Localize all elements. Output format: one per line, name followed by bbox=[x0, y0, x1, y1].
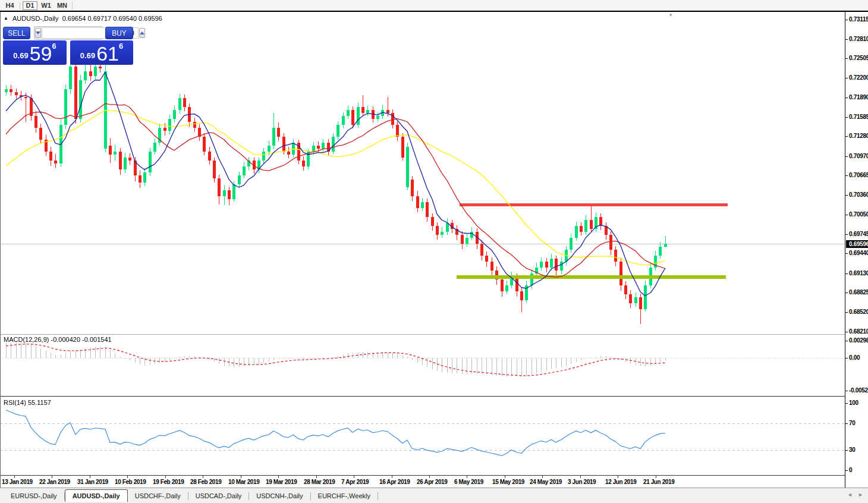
chart-window-left-border bbox=[0, 12, 1, 488]
tab-eurusd[interactable]: EURUSD-,Daily bbox=[4, 491, 64, 502]
buy-price-quote[interactable]: 0.69 61 6 bbox=[70, 40, 133, 65]
axis-tick bbox=[845, 175, 848, 176]
axis-tick bbox=[845, 156, 848, 157]
axis-tick bbox=[845, 403, 848, 404]
price-axis[interactable]: 0.731150.728100.725050.722000.718900.715… bbox=[845, 12, 868, 488]
timeframe-button-h4[interactable]: H4 bbox=[2, 1, 17, 10]
volume-stepper bbox=[34, 26, 103, 40]
chart-title-row: ▲ AUDUSD-,Daily 0.69654 0.69717 0.69540 … bbox=[4, 14, 162, 23]
timeframe-button-w1[interactable]: W1 bbox=[39, 1, 54, 10]
axis-tick bbox=[845, 39, 848, 40]
price-tick-label: 0.71280 bbox=[849, 133, 868, 139]
axis-tick bbox=[845, 195, 848, 196]
tab-usdcnh[interactable]: USDCNH-,Daily bbox=[249, 491, 310, 502]
date-label: 3 Jun 2019 bbox=[568, 479, 596, 485]
price-tick-label: 0.70050 bbox=[849, 211, 868, 218]
axis-tick bbox=[845, 293, 848, 293]
chart-title: AUDUSD-,Daily 0.69654 0.69717 0.69540 0.… bbox=[12, 15, 162, 22]
macd-axis-label: 0.00 bbox=[849, 354, 860, 361]
price-tick-label: 0.70970 bbox=[849, 153, 868, 159]
rsi-panel-canvas[interactable] bbox=[0, 398, 845, 475]
chart-tabs: EURUSD-,DailyAUDUSD-,DailyUSDCHF-,DailyU… bbox=[4, 489, 378, 502]
price-tick-label: 0.69130 bbox=[849, 270, 868, 276]
time-tick bbox=[618, 476, 618, 478]
date-label: 28 Feb 2019 bbox=[190, 479, 221, 485]
axis-tick bbox=[845, 234, 848, 235]
time-tick bbox=[278, 476, 279, 478]
date-label: 13 Jan 2019 bbox=[2, 479, 33, 485]
chart-tab-bar: EURUSD-,DailyAUDUSD-,DailyUSDCHF-,DailyU… bbox=[0, 488, 868, 503]
sell-price-quote[interactable]: 0.69 59 6 bbox=[3, 40, 67, 65]
rsi-axis-label: 70 bbox=[849, 420, 856, 426]
tab-eurchf[interactable]: EURCHF-,Weekly bbox=[311, 491, 378, 502]
price-tick-label: 0.72200 bbox=[849, 74, 868, 81]
time-tick bbox=[165, 476, 166, 478]
triangle-down-icon bbox=[36, 32, 40, 34]
price-tick-label: 0.68210 bbox=[849, 328, 868, 335]
time-tick bbox=[203, 476, 203, 478]
timeframe-toolbar: H4D1W1MN bbox=[0, 0, 868, 11]
rsi-axis-label: 30 bbox=[849, 447, 856, 453]
date-label: 15 May 2019 bbox=[492, 479, 524, 485]
tab-scroll-left-icon[interactable]: ◄ bbox=[847, 492, 853, 498]
axis-tick bbox=[845, 341, 848, 341]
tab-usdchf[interactable]: USDCHF-,Daily bbox=[128, 491, 188, 502]
toolbar-divider bbox=[72, 2, 73, 10]
time-tick bbox=[90, 476, 90, 478]
date-label: 6 May 2019 bbox=[454, 479, 483, 485]
price-tick-label: 0.69745 bbox=[849, 231, 868, 237]
price-tick-label: 0.72505 bbox=[849, 55, 868, 61]
axis-tick bbox=[845, 136, 848, 137]
tab-scroll-right-icon[interactable]: ► bbox=[858, 492, 863, 498]
time-tick bbox=[354, 476, 354, 478]
time-tick bbox=[542, 476, 543, 478]
price-tick-label: 0.68825 bbox=[849, 289, 868, 295]
date-label: 31 Jan 2019 bbox=[77, 479, 108, 485]
time-tick bbox=[505, 476, 505, 478]
triangle-up-icon bbox=[140, 32, 144, 34]
time-tick bbox=[52, 476, 52, 478]
time-axis[interactable]: 13 Jan 201922 Jan 201931 Jan 201910 Feb … bbox=[0, 476, 845, 488]
price-tick-label: 0.71585 bbox=[849, 114, 868, 120]
axis-tick bbox=[845, 312, 848, 313]
panel-separator[interactable] bbox=[0, 396, 845, 397]
timeframe-button-mn[interactable]: MN bbox=[55, 1, 70, 10]
axis-tick bbox=[845, 273, 848, 274]
tab-divider bbox=[378, 492, 378, 500]
buy-price-big-digits: 61 bbox=[96, 44, 119, 63]
price-tick-label: 0.70360 bbox=[849, 191, 868, 198]
date-label: 7 Apr 2019 bbox=[341, 479, 369, 485]
time-tick bbox=[580, 476, 581, 478]
date-label: 24 May 2019 bbox=[530, 479, 562, 485]
buy-button[interactable]: BUY bbox=[105, 27, 133, 39]
chart-collapse-icon[interactable]: ▲ bbox=[4, 15, 8, 21]
panel-separator[interactable] bbox=[0, 334, 845, 335]
volume-increase-button[interactable] bbox=[139, 28, 145, 38]
date-label: 22 Jan 2019 bbox=[39, 479, 70, 485]
macd-panel-canvas[interactable] bbox=[0, 335, 845, 396]
tab-usdcad[interactable]: USDCAD-,Daily bbox=[188, 491, 249, 502]
volume-decrease-button[interactable] bbox=[35, 28, 41, 38]
date-label: 10 Mar 2019 bbox=[228, 479, 259, 485]
tab-audusd[interactable]: AUDUSD-,Daily bbox=[65, 489, 128, 502]
timeframe-button-d1[interactable]: D1 bbox=[23, 1, 37, 10]
date-label: 10 Feb 2019 bbox=[115, 479, 146, 485]
price-tick-label: 0.69440 bbox=[849, 250, 868, 256]
mt4-terminal: H4D1W1MN ▲ AUDUSD-,Daily 0.69654 0.69717… bbox=[0, 0, 868, 503]
panel-collapse-caret-icon[interactable]: ▾ bbox=[669, 12, 672, 18]
current-price-badge: 0.69596 bbox=[846, 240, 868, 248]
macd-indicator-label: MACD(12,26,9) -0.000420 -0.001541 bbox=[4, 336, 112, 343]
sell-button[interactable]: SELL bbox=[3, 27, 30, 39]
time-tick bbox=[316, 476, 317, 478]
axis-tick bbox=[845, 215, 848, 215]
price-tick-label: 0.71890 bbox=[849, 94, 868, 100]
time-tick bbox=[392, 476, 392, 478]
date-label: 28 Mar 2019 bbox=[304, 479, 335, 485]
sell-price-pip: 6 bbox=[52, 42, 56, 51]
price-tick-label: 0.72810 bbox=[849, 36, 868, 42]
one-click-trading-panel: SELL BUY 0.69 59 6 0.69 61 6 bbox=[3, 26, 134, 77]
rsi-indicator-label: RSI(14) 55.1157 bbox=[4, 399, 51, 406]
date-label: 26 Apr 2019 bbox=[417, 479, 447, 485]
buy-price-pip: 6 bbox=[119, 42, 123, 51]
axis-tick bbox=[845, 332, 848, 332]
